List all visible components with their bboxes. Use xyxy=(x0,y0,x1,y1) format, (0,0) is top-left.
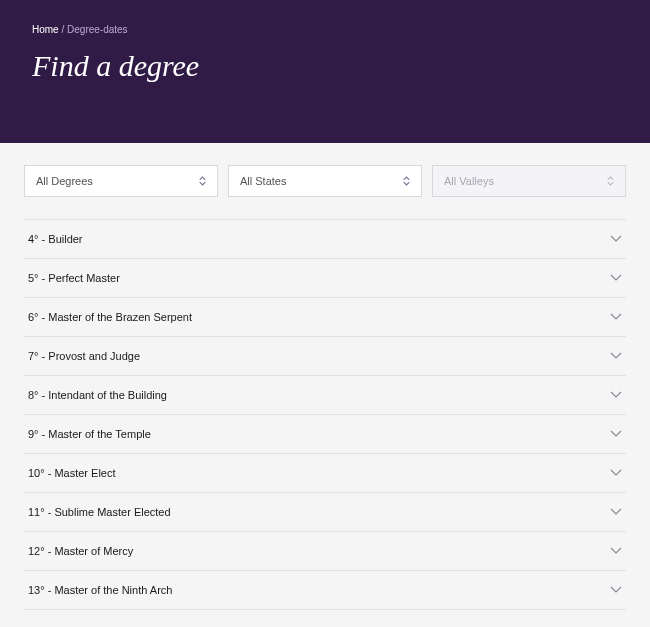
degree-label: 12° - Master of Mercy xyxy=(28,545,133,557)
degree-item[interactable]: 6° - Master of the Brazen Serpent xyxy=(24,298,626,337)
chevron-down-icon xyxy=(610,313,622,321)
content-area: All Degrees All States All Valleys 4° - … xyxy=(0,143,650,610)
chevron-down-icon xyxy=(610,547,622,555)
degree-item[interactable]: 5° - Perfect Master xyxy=(24,259,626,298)
degree-item[interactable]: 11° - Sublime Master Elected xyxy=(24,493,626,532)
degree-label: 8° - Intendant of the Building xyxy=(28,389,167,401)
degree-label: 13° - Master of the Ninth Arch xyxy=(28,584,172,596)
filter-degrees-select[interactable]: All Degrees xyxy=(24,165,218,197)
chevron-down-icon xyxy=(610,235,622,243)
degree-item[interactable]: 7° - Provost and Judge xyxy=(24,337,626,376)
degree-item[interactable]: 10° - Master Elect xyxy=(24,454,626,493)
breadcrumb: Home / Degree-dates xyxy=(32,24,618,35)
chevron-down-icon xyxy=(610,352,622,360)
degree-list: 4° - Builder 5° - Perfect Master 6° - Ma… xyxy=(24,219,626,610)
breadcrumb-separator: / xyxy=(61,24,64,35)
select-arrows-icon xyxy=(199,176,206,186)
degree-label: 10° - Master Elect xyxy=(28,467,116,479)
filter-degrees-label: All Degrees xyxy=(36,175,93,187)
chevron-down-icon xyxy=(610,274,622,282)
filter-states-select[interactable]: All States xyxy=(228,165,422,197)
page-header: Home / Degree-dates Find a degree xyxy=(0,0,650,143)
filter-row: All Degrees All States All Valleys xyxy=(24,165,626,197)
degree-label: 5° - Perfect Master xyxy=(28,272,120,284)
breadcrumb-home[interactable]: Home xyxy=(32,24,59,35)
degree-item[interactable]: 8° - Intendant of the Building xyxy=(24,376,626,415)
degree-label: 7° - Provost and Judge xyxy=(28,350,140,362)
degree-label: 4° - Builder xyxy=(28,233,83,245)
degree-item[interactable]: 12° - Master of Mercy xyxy=(24,532,626,571)
filter-valleys-label: All Valleys xyxy=(444,175,494,187)
chevron-down-icon xyxy=(610,586,622,594)
degree-label: 9° - Master of the Temple xyxy=(28,428,151,440)
degree-label: 11° - Sublime Master Elected xyxy=(28,506,171,518)
filter-states-label: All States xyxy=(240,175,286,187)
degree-item[interactable]: 9° - Master of the Temple xyxy=(24,415,626,454)
filter-valleys-select: All Valleys xyxy=(432,165,626,197)
chevron-down-icon xyxy=(610,508,622,516)
breadcrumb-current: Degree-dates xyxy=(67,24,128,35)
chevron-down-icon xyxy=(610,469,622,477)
page-title: Find a degree xyxy=(32,49,618,83)
select-arrows-icon xyxy=(607,176,614,186)
degree-item[interactable]: 13° - Master of the Ninth Arch xyxy=(24,571,626,610)
degree-label: 6° - Master of the Brazen Serpent xyxy=(28,311,192,323)
degree-item[interactable]: 4° - Builder xyxy=(24,220,626,259)
select-arrows-icon xyxy=(403,176,410,186)
chevron-down-icon xyxy=(610,430,622,438)
chevron-down-icon xyxy=(610,391,622,399)
